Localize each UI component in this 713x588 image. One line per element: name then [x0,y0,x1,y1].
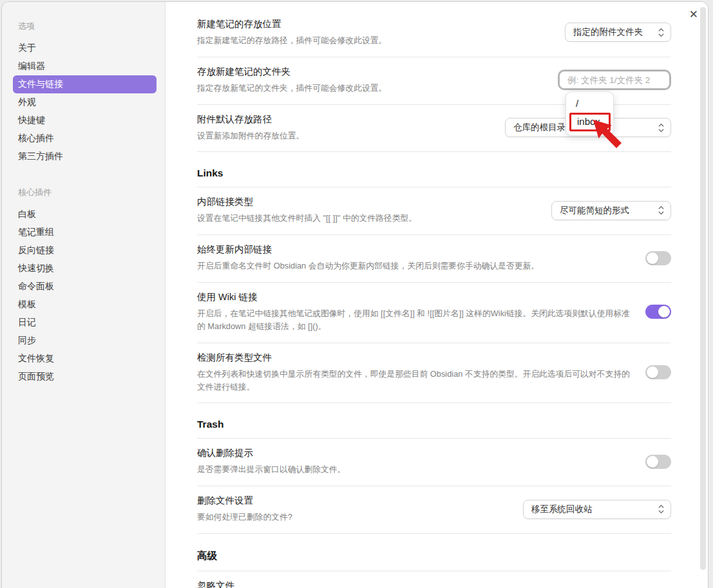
sidebar-item-templates[interactable]: 模板 [13,296,157,314]
sidebar-section-header-options: 选项 [18,20,157,33]
confirm-delete-toggle[interactable] [645,455,671,469]
sidebar-item-community-plugins[interactable]: 第三方插件 [13,147,157,166]
setting-desc: 指定存放新笔记的文件夹，插件可能会修改此设置。 [197,82,386,95]
setting-row-internal-link-type: 内部链接类型 设置在笔记中链接其他文件时插入 "[[ ]]" 中的文件路径类型。… [197,187,671,235]
setting-row-ignored-files: 忽略文件 符合以下条件的文件将被忽略。忽略是指文件将出现在快速切换、链接补全中队… [197,571,671,588]
auto-update-links-toggle[interactable] [645,251,671,265]
setting-desc: 设置在笔记中链接其他文件时插入 "[[ ]]" 中的文件路径类型。 [197,212,417,225]
setting-row-deleted-files: 删除文件设置 要如何处理已删除的文件? 移至系统回收站 [197,486,671,534]
sidebar-item-file-recovery[interactable]: 文件恢复 [13,350,157,368]
setting-title: 使用 Wiki 链接 [197,291,630,303]
sidebar-item-files-links[interactable]: 文件与链接 [13,75,157,93]
setting-desc: 指定新建笔记的存放路径，插件可能会修改此设置。 [197,34,386,47]
chevron-up-down-icon [658,123,664,133]
setting-desc: 开启后重命名文件时 Obsidian 会自动为你更新内部链接，关闭后则需要你手动… [197,260,539,272]
chevron-up-down-icon [658,28,664,37]
chevron-up-down-icon [658,504,664,514]
settings-sidebar: 选项 关于 编辑器 文件与链接 外观 快捷键 核心插件 第三方插件 核心插件 白… [2,2,166,588]
section-heading-advanced: 高级 [197,534,671,571]
deleted-files-select[interactable]: 移至系统回收站 [523,500,671,519]
setting-row-auto-update-links: 始终更新内部链接 开启后重命名文件时 Obsidian 会自动为你更新内部链接，… [197,235,671,283]
setting-row-new-note-location: 新建笔记的存放位置 指定新建笔记的存放路径，插件可能会修改此设置。 指定的附件文… [197,10,671,57]
setting-row-detect-all-file-types: 检测所有类型文件 在文件列表和快速切换中显示所有类型的文件，即使是那些目前 Ob… [197,343,671,404]
sidebar-item-sync[interactable]: 同步 [13,332,157,350]
new-note-folder-input[interactable] [558,70,671,90]
scrollbar-thumb[interactable] [700,7,706,570]
close-icon[interactable]: ✕ [689,9,698,20]
setting-desc: 在文件列表和快速切换中显示所有类型的文件，即使是那些目前 Obsidian 不支… [197,368,630,394]
setting-title: 检测所有类型文件 [197,352,630,364]
sidebar-item-canvas[interactable]: 白板 [13,205,157,223]
setting-desc: 要如何处理已删除的文件? [197,511,292,524]
setting-title: 内部链接类型 [197,196,417,208]
section-heading-links: Links [197,152,671,187]
sidebar-item-appearance[interactable]: 外观 [13,93,157,111]
setting-title: 确认删除提示 [197,447,345,459]
sidebar-item-command-palette[interactable]: 命令面板 [13,278,157,296]
wiki-links-toggle[interactable] [645,305,671,319]
setting-desc: 设置新添加附件的存放位置。 [197,129,304,142]
setting-title: 忽略文件 [197,580,619,588]
setting-title: 始终更新内部链接 [197,243,539,256]
setting-desc: 开启后，在笔记中链接其他笔记或图像时，使用如 [[文件名]] 和 ![[图片名]… [197,307,630,333]
setting-row-confirm-delete: 确认删除提示 是否需要弹出提示窗口以确认删除文件。 [197,439,671,486]
sidebar-section-header-core-plugins: 核心插件 [18,186,157,199]
setting-title: 附件默认存放路径 [197,113,304,126]
sidebar-item-page-preview[interactable]: 页面预览 [13,368,157,386]
settings-modal: 选项 关于 编辑器 文件与链接 外观 快捷键 核心插件 第三方插件 核心插件 白… [1,1,708,588]
setting-title: 删除文件设置 [197,495,292,507]
sidebar-item-daily-notes[interactable]: 日记 [13,314,157,332]
setting-title: 存放新建笔记的文件夹 [197,66,386,78]
setting-title: 新建笔记的存放位置 [197,18,386,30]
setting-row-wiki-links: 使用 Wiki 链接 开启后，在笔记中链接其他笔记或图像时，使用如 [[文件名]… [197,283,671,343]
settings-content: 新建笔记的存放位置 指定新建笔记的存放路径，插件可能会修改此设置。 指定的附件文… [166,2,708,588]
sidebar-item-quick-switcher[interactable]: 快速切换 [13,260,157,278]
detect-all-file-types-toggle[interactable] [645,365,671,379]
sidebar-item-editor[interactable]: 编辑器 [13,57,157,75]
suggestion-item-root[interactable]: / [566,95,613,111]
sidebar-item-note-composer[interactable]: 笔记重组 [13,223,157,242]
new-note-location-select[interactable]: 指定的附件文件夹 [565,23,671,42]
cursor-arrow-icon [593,119,623,149]
section-heading-trash: Trash [197,403,671,439]
sidebar-item-hotkeys[interactable]: 快捷键 [13,111,157,129]
internal-link-type-select[interactable]: 尽可能简短的形式 [551,201,671,220]
sidebar-item-backlinks[interactable]: 反向链接 [13,242,157,260]
sidebar-item-about[interactable]: 关于 [13,39,157,57]
sidebar-item-core-plugins[interactable]: 核心插件 [13,129,157,147]
chevron-up-down-icon [658,205,664,215]
setting-desc: 是否需要弹出提示窗口以确认删除文件。 [197,463,345,476]
